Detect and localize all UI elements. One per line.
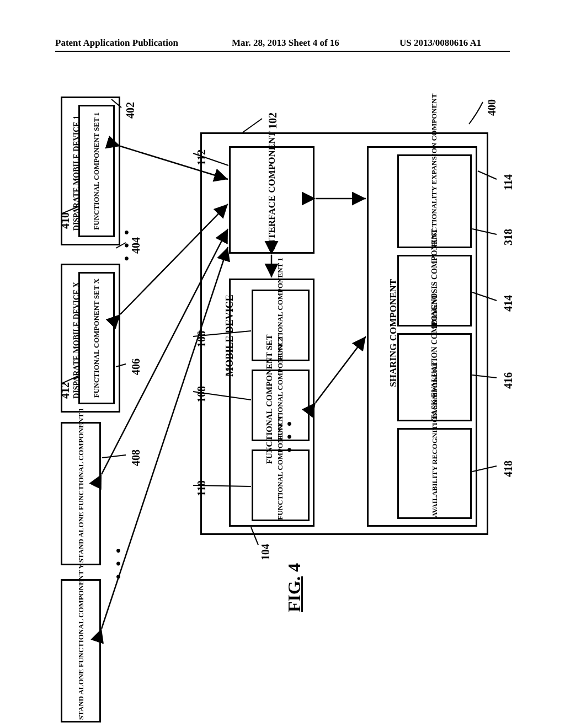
ref-102: 102 [266, 113, 279, 129]
ref-414: 414 [502, 295, 515, 312]
availability-recognition-box: AVAILABILITY RECOGNITION COMPONENT [397, 428, 472, 519]
standalone-y-box: STAND ALONE FUNCTIONAL COMPONENT Y [61, 579, 101, 722]
figure-caption-number: 4 [284, 563, 304, 572]
ref-108: 108 [195, 386, 208, 403]
ref-412: 412 [59, 382, 72, 399]
standalone-1-label: STAND ALONE FUNCTIONAL COMPONENT 1 [77, 425, 84, 563]
header-rule [55, 51, 510, 52]
ref-410: 410 [59, 212, 72, 229]
ref-402: 402 [124, 102, 137, 119]
figure-caption-prefix: FIG. [284, 576, 304, 612]
availability-recognition-label: AVAILABILITY RECOGNITION COMPONENT [430, 429, 438, 517]
ref-418: 418 [502, 461, 515, 477]
fc-set-x-label: FUNCTIONAL COMPONENT SET X [93, 275, 100, 402]
ref-408: 408 [130, 449, 142, 466]
functional-component-n-box: FUNCTIONAL COMPONENT N [252, 449, 310, 521]
interface-component-label: INTERFACE COMPONENT [266, 150, 278, 249]
functional-component-n-label: FUNCTIONAL COMPONENT N [276, 451, 284, 520]
standalone-y-label: STAND ALONE FUNCTIONAL COMPONENT Y [77, 582, 84, 720]
figure-caption: FIG. 4 [284, 563, 305, 612]
ellipsis-standalone: • • • [110, 546, 127, 579]
ref-416: 416 [502, 372, 515, 389]
publication-number: US 2013/0080616 A1 [399, 38, 481, 49]
ref-112: 112 [195, 149, 208, 165]
ref-404: 404 [130, 237, 142, 254]
ref-318: 318 [502, 229, 515, 245]
fc-set-1-box: FUNCTIONAL COMPONENT SET 1 [78, 105, 115, 237]
publication-date: Mar. 28, 2013 Sheet 4 of 16 [232, 38, 339, 49]
publication-type: Patent Application Publication [55, 38, 178, 49]
ref-106: 106 [195, 331, 208, 347]
figure-4: 400 MOBILE DEVICE 102 INTERFACE COMPONEN… [61, 94, 502, 678]
fc-set-x-box: FUNCTIONAL COMPONENT SET X [78, 272, 115, 404]
fc-set-1-label: FUNCTIONAL COMPONENT SET 1 [93, 108, 100, 234]
standalone-1-box: STAND ALONE FUNCTIONAL COMPONENT 1 [61, 422, 101, 565]
svg-line-14 [102, 455, 126, 458]
ref-114: 114 [502, 174, 515, 190]
svg-line-0 [243, 119, 262, 132]
interface-component-box: INTERFACE COMPONENT [229, 146, 315, 254]
ref-104: 104 [259, 544, 272, 560]
ref-406: 406 [130, 358, 142, 375]
ref-400: 400 [486, 99, 498, 116]
ref-110: 110 [195, 480, 208, 496]
